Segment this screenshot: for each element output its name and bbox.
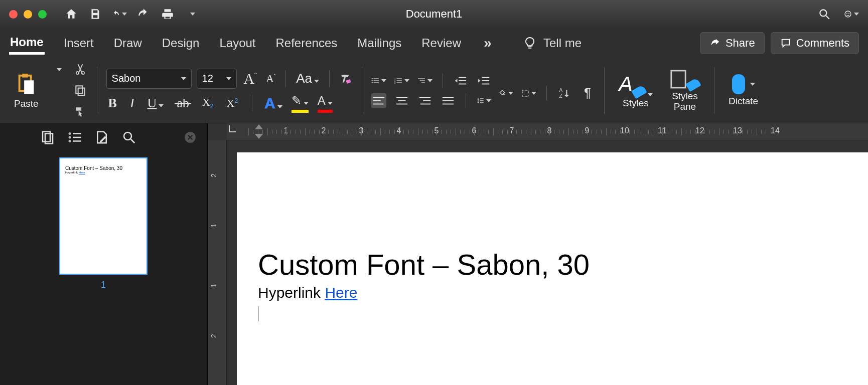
tabs-overflow-icon[interactable]: » — [480, 36, 495, 51]
close-pane-icon[interactable] — [184, 131, 197, 144]
sort-button[interactable]: AZ — [557, 86, 572, 101]
tab-layout[interactable]: Layout — [218, 33, 256, 53]
svg-point-2 — [845, 11, 851, 17]
grow-font-button[interactable]: Aˆ — [242, 70, 259, 87]
document-title: Document1 — [406, 8, 463, 21]
styles-button[interactable]: A Styles — [614, 62, 658, 119]
ribbon-tabs: Home Insert Draw Design Layout Reference… — [0, 28, 868, 58]
align-left-button[interactable] — [371, 93, 386, 108]
close-window-button[interactable] — [9, 10, 18, 19]
line-spacing-button[interactable] — [476, 93, 491, 108]
share-button[interactable]: Share — [700, 32, 765, 54]
tell-me[interactable]: Tell me — [523, 36, 582, 50]
document-line[interactable]: Hyperlink Here — [258, 284, 868, 301]
hyperlink[interactable]: Here — [325, 284, 357, 301]
ruler-number: 1 — [210, 224, 218, 228]
ruler-number: 2 — [210, 334, 218, 338]
svg-rect-6 — [23, 74, 29, 78]
vertical-ruler[interactable]: 2112 — [208, 140, 227, 385]
font-color-button[interactable]: A — [318, 94, 333, 113]
window-controls — [9, 10, 47, 19]
bold-button[interactable]: B — [106, 96, 119, 111]
svg-point-13 — [372, 78, 373, 79]
shrink-font-button[interactable]: Aˇ — [264, 72, 277, 85]
tab-home[interactable]: Home — [9, 32, 45, 55]
microphone-icon — [732, 74, 745, 94]
italic-button[interactable]: I — [128, 96, 136, 111]
qat-customize-icon[interactable] — [184, 7, 199, 22]
save-icon[interactable] — [88, 7, 103, 22]
bullets-button[interactable] — [371, 73, 386, 88]
strikethrough-button[interactable]: ab — [175, 96, 191, 111]
svg-text:Z: Z — [559, 92, 562, 98]
document-canvas: 1234567891011121314 2112 Custom Font – S… — [208, 123, 868, 385]
svg-rect-49 — [522, 90, 528, 96]
svg-point-8 — [76, 72, 78, 74]
review-tab-icon[interactable] — [94, 130, 109, 145]
page-thumbnail[interactable]: Custom Font – Sabon, 30 Hyperlink Here — [59, 157, 148, 275]
svg-point-0 — [820, 10, 826, 16]
left-indent-marker[interactable] — [255, 124, 263, 129]
tab-stop-icon[interactable] — [229, 125, 236, 132]
hanging-indent-marker[interactable] — [255, 134, 263, 139]
align-justify-button[interactable] — [441, 93, 456, 108]
document-heading[interactable]: Custom Font – Sabon, 30 — [258, 248, 868, 281]
tab-mailings[interactable]: Mailings — [356, 33, 402, 53]
increase-indent-button[interactable] — [476, 73, 491, 88]
tab-design[interactable]: Design — [161, 33, 201, 53]
print-icon[interactable] — [160, 7, 175, 22]
home-icon[interactable] — [64, 7, 79, 22]
headings-tab-icon[interactable] — [67, 130, 82, 145]
tab-draw[interactable]: Draw — [113, 33, 143, 53]
superscript-button[interactable]: X2 — [225, 97, 240, 110]
shading-button[interactable] — [498, 86, 513, 101]
svg-point-14 — [372, 80, 373, 81]
decrease-indent-button[interactable] — [453, 73, 468, 88]
text-effects-button[interactable]: A — [264, 95, 282, 112]
undo-icon[interactable] — [112, 7, 127, 22]
borders-button[interactable] — [521, 86, 536, 101]
svg-rect-52 — [671, 71, 685, 88]
svg-point-57 — [69, 140, 71, 142]
cut-icon[interactable] — [73, 62, 88, 76]
align-center-button[interactable] — [394, 93, 409, 108]
show-marks-button[interactable]: ¶ — [580, 86, 595, 101]
text-cursor — [258, 306, 258, 321]
align-right-button[interactable] — [417, 93, 432, 108]
paste-menu-caret[interactable] — [51, 62, 66, 77]
change-case-button[interactable]: Aa — [294, 71, 321, 86]
subscript-button[interactable]: X2 — [200, 96, 216, 110]
font-size-select[interactable]: 12 — [197, 69, 237, 89]
redo-icon[interactable] — [136, 7, 151, 22]
clear-formatting-icon[interactable] — [338, 71, 353, 86]
numbering-button[interactable]: 123 — [394, 73, 409, 88]
page[interactable]: Custom Font – Sabon, 30 Hyperlink Here — [237, 152, 868, 385]
svg-line-1 — [826, 16, 829, 19]
svg-text:3: 3 — [394, 81, 396, 84]
font-name-select[interactable]: Sabon — [106, 69, 192, 89]
find-tab-icon[interactable] — [121, 130, 136, 145]
content-area: Custom Font – Sabon, 30 Hyperlink Here 1… — [0, 123, 868, 385]
comments-button[interactable]: Comments — [771, 32, 859, 54]
maximize-window-button[interactable] — [38, 10, 47, 19]
page-number-label: 1 — [101, 280, 106, 290]
tab-references[interactable]: References — [275, 33, 339, 53]
tab-insert[interactable]: Insert — [63, 33, 95, 53]
emoji-icon[interactable] — [844, 7, 859, 22]
horizontal-ruler[interactable]: 1234567891011121314 — [227, 123, 868, 140]
format-painter-icon[interactable] — [73, 105, 88, 119]
brush-icon — [685, 77, 701, 92]
copy-icon[interactable] — [73, 83, 88, 97]
styles-pane-button[interactable]: StylesPane — [665, 62, 705, 119]
thumbnails-tab-icon[interactable] — [40, 130, 55, 145]
ruler-number: 1 — [210, 284, 218, 288]
search-icon[interactable] — [817, 7, 832, 22]
highlight-button[interactable]: ✎ — [292, 94, 309, 113]
comment-icon — [780, 38, 791, 49]
underline-button[interactable]: U — [146, 96, 166, 111]
dictate-button[interactable]: Dictate — [724, 62, 763, 119]
multilevel-list-button[interactable] — [417, 73, 432, 88]
tab-review[interactable]: Review — [420, 33, 462, 53]
minimize-window-button[interactable] — [24, 10, 32, 19]
paste-button[interactable]: Paste — [9, 62, 44, 119]
